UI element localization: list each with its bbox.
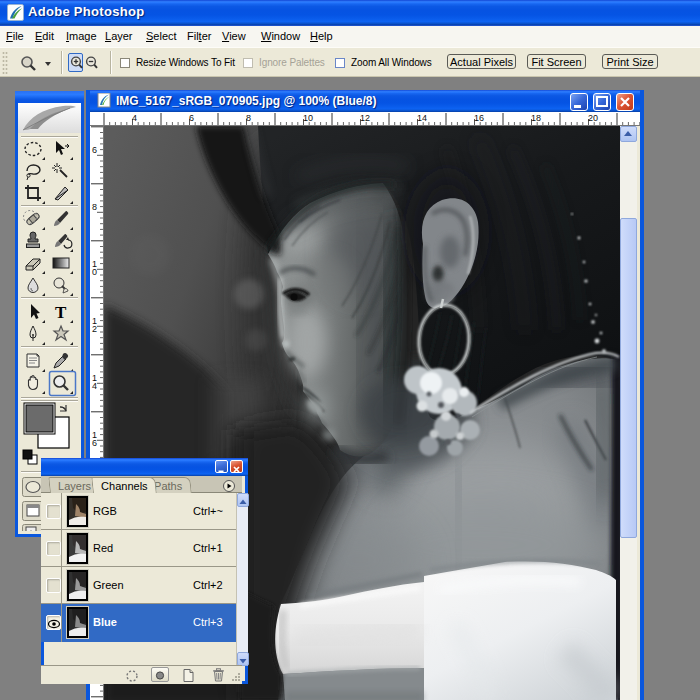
svg-text:20: 20 [588,113,598,123]
svg-text:14: 14 [417,113,427,123]
svg-text:18: 18 [531,113,541,123]
svg-text:8: 8 [246,113,251,123]
svg-text:2: 2 [92,324,97,334]
svg-text:10: 10 [303,113,313,123]
svg-text:12: 12 [360,113,370,123]
svg-text:0: 0 [92,267,97,277]
svg-text:6: 6 [189,113,194,123]
svg-text:8: 8 [92,202,97,212]
svg-text:6: 6 [92,145,97,155]
svg-text:T: T [55,303,67,322]
svg-text:4: 4 [92,381,97,391]
svg-text:4: 4 [132,113,137,123]
svg-text:6: 6 [92,438,97,448]
svg-text:16: 16 [474,113,484,123]
